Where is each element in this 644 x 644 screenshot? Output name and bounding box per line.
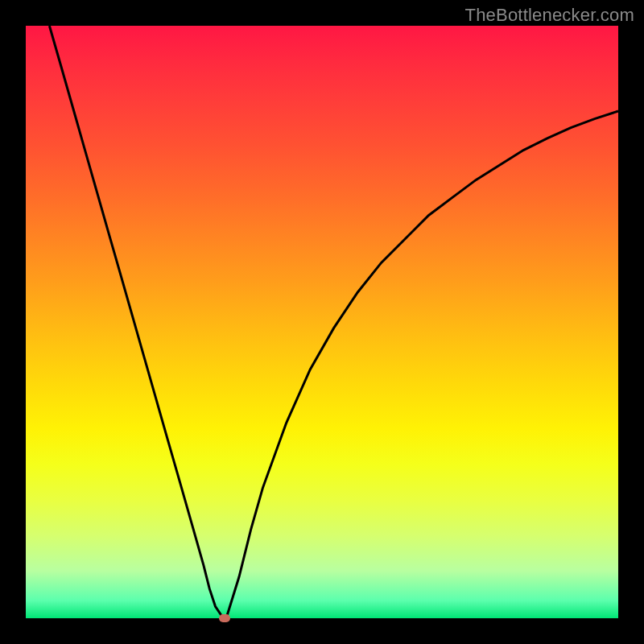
curve-path — [49, 26, 618, 618]
watermark-text: TheBottlenecker.com — [465, 5, 634, 26]
bottleneck-curve — [26, 26, 618, 618]
chart-frame: TheBottlenecker.com — [0, 0, 644, 644]
optimal-marker — [219, 614, 230, 622]
